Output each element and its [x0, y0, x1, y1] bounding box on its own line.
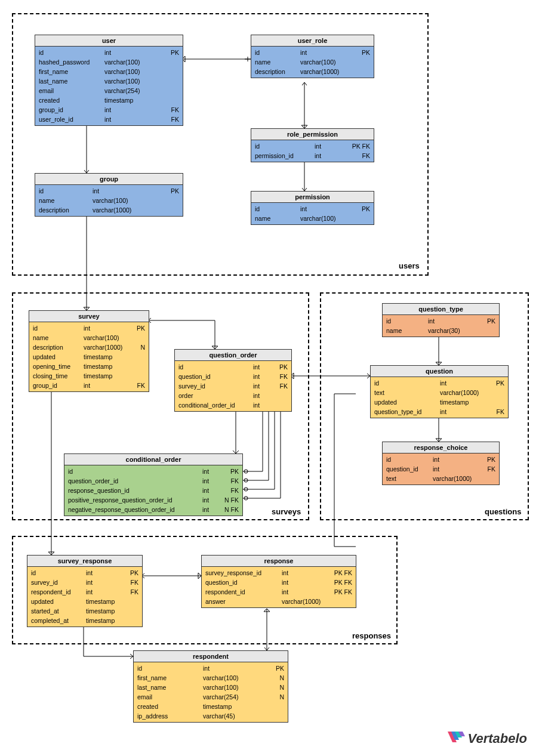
- column-key: N: [277, 674, 284, 682]
- column-type: timestamp: [104, 96, 177, 104]
- column-row: question_idintFK: [383, 464, 499, 474]
- column-key: [177, 77, 179, 85]
- column-row: question_order_idintFK: [64, 476, 242, 486]
- column-type: int: [203, 664, 273, 672]
- column-type: int: [440, 408, 494, 416]
- column-key: [177, 58, 179, 66]
- column-key: PK: [168, 48, 179, 57]
- column-type: varchar(30): [428, 326, 493, 335]
- column-name: first_name: [137, 674, 203, 682]
- table-response: response survey_response_idintPK FKquest…: [201, 555, 356, 608]
- table-role-permission: role_permission idintPK FKpermission_idi…: [251, 128, 374, 162]
- column-name: description: [255, 67, 300, 76]
- column-type: varchar(100): [104, 58, 177, 66]
- column-name: id: [31, 569, 86, 577]
- column-name: last_name: [39, 77, 104, 85]
- column-name: opening_time: [33, 362, 84, 371]
- column-key: PK FK: [332, 588, 352, 596]
- column-key: [177, 87, 179, 95]
- column-row: namevarchar(100): [251, 214, 374, 223]
- column-key: PK: [228, 467, 239, 476]
- table-survey-body: idintPKnamevarchar(100)descriptionvarcha…: [29, 322, 149, 391]
- table-role-permission-header: role_permission: [251, 129, 374, 140]
- column-type: varchar(100): [84, 334, 143, 342]
- column-row: question_idintFK: [175, 372, 291, 381]
- vertabelo-logo-text: Vertabelo: [468, 731, 527, 746]
- column-type: int: [104, 48, 168, 57]
- column-type: int: [282, 588, 332, 596]
- column-key: PK: [168, 187, 179, 195]
- column-key: FK: [169, 115, 179, 124]
- column-name: id: [374, 379, 440, 387]
- column-key: FK: [169, 106, 179, 114]
- column-name: response_question_id: [68, 486, 202, 495]
- column-name: text: [374, 388, 440, 397]
- table-question-type: question_type idintPKnamevarchar(30): [382, 303, 500, 337]
- column-name: id: [255, 142, 315, 150]
- column-row: ip_addressvarchar(45): [134, 711, 288, 721]
- column-type: int: [315, 152, 360, 160]
- column-row: last_namevarchar(100)N: [134, 683, 288, 692]
- table-user-role: user_role idintPKnamevarchar(100)descrip…: [251, 35, 374, 78]
- table-group: group idintPKnamevarchar(100)description…: [35, 173, 183, 217]
- table-question-order-header: question_order: [175, 350, 291, 361]
- column-type: varchar(100): [104, 77, 177, 85]
- column-row: updatedtimestamp: [371, 397, 508, 407]
- column-key: [143, 362, 145, 371]
- column-key: FK: [278, 382, 288, 390]
- column-key: [493, 474, 495, 483]
- column-name: text: [386, 474, 433, 483]
- table-question-header: question: [371, 366, 508, 377]
- column-type: int: [202, 496, 222, 504]
- column-name: id: [39, 187, 93, 195]
- column-type: int: [202, 505, 222, 514]
- column-name: name: [39, 196, 93, 205]
- table-response-choice-body: idintPKquestion_idintFKtextvarchar(1000): [383, 453, 499, 485]
- column-key: [493, 326, 495, 335]
- column-row: textvarchar(1000): [383, 474, 499, 483]
- column-row: idintPK: [251, 48, 374, 57]
- column-type: int: [433, 465, 485, 473]
- column-key: [143, 353, 145, 361]
- table-question-order-body: idintPKquestion_idintFKsurvey_idintFKord…: [175, 361, 291, 411]
- column-name: id: [39, 48, 104, 57]
- column-row: textvarchar(1000): [371, 388, 508, 397]
- column-type: int: [253, 363, 277, 371]
- column-name: question_type_id: [374, 408, 440, 416]
- group-questions-label: questions: [485, 507, 521, 516]
- column-row: idintPK: [383, 316, 499, 326]
- column-row: updatedtimestamp: [27, 597, 142, 606]
- column-name: started_at: [31, 607, 86, 615]
- column-type: int: [433, 455, 485, 464]
- column-name: survey_response_id: [205, 569, 282, 577]
- column-name: name: [386, 326, 428, 335]
- column-name: last_name: [137, 683, 203, 692]
- column-key: [177, 196, 179, 205]
- column-type: varchar(1000): [440, 388, 502, 397]
- column-key: PK: [359, 48, 370, 57]
- column-name: email: [137, 693, 203, 701]
- table-survey-response: survey_response idintPKsurvey_idintFKres…: [27, 555, 143, 627]
- column-name: conditional_order_id: [178, 401, 253, 409]
- column-type: timestamp: [84, 362, 143, 371]
- column-key: [136, 616, 138, 625]
- column-name: description: [33, 343, 84, 351]
- column-name: group_id: [39, 106, 104, 114]
- column-type: int: [253, 391, 285, 400]
- column-type: varchar(1000): [300, 67, 368, 76]
- column-name: ip_address: [137, 712, 203, 720]
- column-name: id: [255, 205, 300, 213]
- column-type: varchar(100): [300, 58, 368, 66]
- column-name: group_id: [33, 381, 84, 390]
- column-key: FK: [128, 588, 138, 596]
- column-key: [285, 391, 288, 400]
- column-name: created: [137, 702, 203, 711]
- table-permission: permission idintPKnamevarchar(100): [251, 191, 374, 225]
- table-permission-header: permission: [251, 192, 374, 203]
- column-type: int: [202, 477, 229, 485]
- column-key: PK FK: [350, 142, 370, 150]
- column-key: FK: [278, 372, 288, 381]
- column-name: email: [39, 87, 104, 95]
- column-type: varchar(1000): [433, 474, 493, 483]
- column-key: FK: [135, 381, 145, 390]
